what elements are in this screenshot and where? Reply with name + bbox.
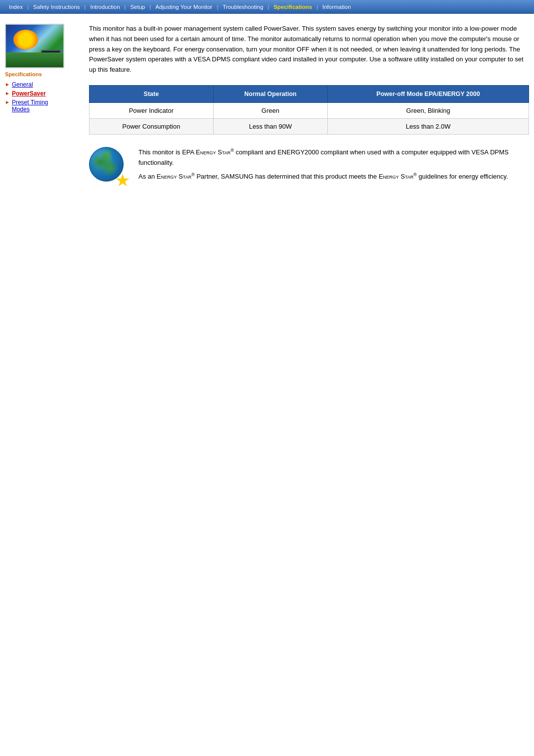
- table-cell-consumption-poweroff: Less than 2.0W: [328, 118, 529, 134]
- energy-star-section: This monitor is EPA Energy Star® complia…: [89, 147, 529, 187]
- table-header-poweroff: Power-off Mode EPA/ENERGY 2000: [328, 85, 529, 102]
- energy-star-logo: [89, 147, 129, 187]
- table-row: Power Consumption Less than 90W Less tha…: [89, 118, 529, 134]
- sidebar-monitor-image: [5, 24, 64, 68]
- table-cell-indicator-label: Power Indicator: [89, 102, 214, 118]
- sidebar-item-preset[interactable]: ► Preset TimingModes: [5, 99, 79, 113]
- sidebar-item-powersaver[interactable]: ► PowerSaver: [5, 90, 79, 97]
- table-body: Power Indicator Green Green, Blinking Po…: [89, 102, 529, 134]
- nav-item-index[interactable]: Index: [5, 3, 27, 11]
- sidebar-item-general[interactable]: ► General: [5, 81, 79, 88]
- table-header-normal: Normal Operation: [213, 85, 327, 102]
- table-cell-consumption-label: Power Consumption: [89, 118, 214, 134]
- arrow-icon-preset: ►: [5, 99, 10, 105]
- table-header-state: State: [89, 85, 214, 102]
- arrow-icon-general: ►: [5, 82, 10, 87]
- nav-item-specifications[interactable]: Specifications: [269, 3, 316, 11]
- energy-star-brand-1: Energy Star: [196, 148, 230, 156]
- nav-item-adjusting[interactable]: Adjusting Your Monitor: [151, 3, 216, 11]
- sidebar-link-preset[interactable]: Preset TimingModes: [12, 99, 48, 113]
- nav-item-setup[interactable]: Setup: [126, 3, 149, 11]
- energy-star-description: This monitor is EPA Energy Star® complia…: [138, 147, 529, 182]
- main-container: Specifications ► General ► PowerSaver ► …: [0, 14, 534, 196]
- table-cell-consumption-normal: Less than 90W: [213, 118, 327, 134]
- nav-item-safety[interactable]: Safety Instructions: [29, 3, 84, 11]
- energy-star-text-1: This monitor is EPA Energy Star® complia…: [138, 147, 529, 168]
- table-cell-indicator-poweroff: Green, Blinking: [328, 102, 529, 118]
- sidebar-section-title: Specifications: [5, 71, 79, 77]
- nav-item-troubleshooting[interactable]: Troubleshooting: [219, 3, 267, 11]
- table-row: Power Indicator Green Green, Blinking: [89, 102, 529, 118]
- intro-paragraph: This monitor has a built-in power manage…: [89, 24, 529, 75]
- sidebar: Specifications ► General ► PowerSaver ► …: [5, 24, 79, 187]
- energy-globe-icon: [89, 147, 124, 182]
- energy-star-text-2: As an Energy Star® Partner, SAMSUNG has …: [138, 171, 529, 182]
- monitor-frame-icon: [41, 50, 61, 65]
- sidebar-link-powersaver[interactable]: PowerSaver: [12, 90, 46, 97]
- energy-star-brand-2: Energy Star: [157, 173, 191, 180]
- content-area: This monitor has a built-in power manage…: [79, 24, 529, 187]
- sidebar-link-general[interactable]: General: [12, 81, 33, 88]
- table-cell-indicator-normal: Green: [213, 102, 327, 118]
- power-table: State Normal Operation Power-off Mode EP…: [89, 85, 529, 135]
- arrow-icon-powersaver: ►: [5, 91, 10, 96]
- navigation-bar: Index | Safety Instructions | Introducti…: [0, 0, 534, 14]
- nav-item-intro[interactable]: Introduction: [86, 3, 124, 11]
- energy-star-brand-3: Energy Star: [379, 173, 413, 180]
- nav-item-information[interactable]: Information: [318, 3, 355, 11]
